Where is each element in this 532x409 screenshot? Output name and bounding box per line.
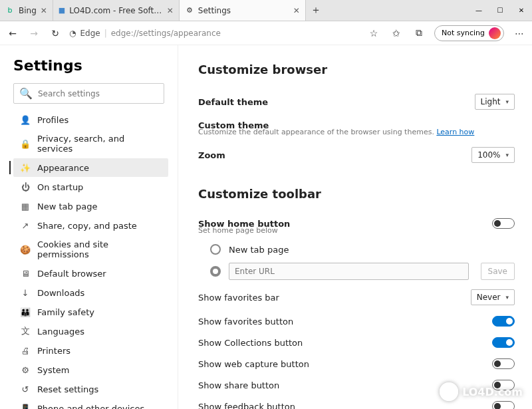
bing-icon: b bbox=[5, 6, 15, 15]
sidebar: Settings 🔍 👤Profiles 🔒Privacy, search, a… bbox=[0, 45, 178, 409]
appearance-icon: ✨ bbox=[20, 162, 31, 173]
more-icon[interactable]: ⋯ bbox=[512, 26, 527, 41]
zoom-value: 100% bbox=[477, 150, 500, 160]
share-icon: ↗ bbox=[20, 220, 31, 231]
sidebar-item-label: Profiles bbox=[37, 115, 68, 125]
content: Settings 🔍 👤Profiles 🔒Privacy, search, a… bbox=[0, 45, 532, 409]
chevron-down-icon: ▾ bbox=[505, 152, 509, 158]
search-input[interactable] bbox=[38, 89, 158, 98]
favorites-bar-select[interactable]: Never ▾ bbox=[471, 289, 515, 305]
sidebar-item-cookies[interactable]: 🍪Cookies and site permissions bbox=[13, 235, 168, 263]
power-icon: ⏻ bbox=[20, 182, 31, 192]
profile-icon: 👤 bbox=[20, 114, 31, 125]
sidebar-item-profiles[interactable]: 👤Profiles bbox=[13, 110, 168, 129]
favorites-menu-icon[interactable]: ✩ bbox=[389, 26, 404, 41]
maximize-button[interactable]: ☐ bbox=[489, 0, 511, 21]
feedback-button-label: Show feedback button bbox=[198, 402, 295, 410]
back-button[interactable]: ← bbox=[5, 26, 20, 41]
section-customize-browser: Customize browser bbox=[198, 63, 515, 76]
feedback-button-toggle[interactable] bbox=[492, 401, 515, 409]
collections-icon[interactable]: ⧉ bbox=[412, 26, 426, 41]
capture-button-toggle[interactable] bbox=[492, 358, 515, 369]
row-capture-button: Show web capture button bbox=[198, 353, 515, 374]
sidebar-item-languages[interactable]: 文Languages bbox=[13, 322, 168, 341]
titlebar: b Bing ✕ ■ LO4D.com - Free Software Down… bbox=[0, 0, 532, 21]
profile-button[interactable]: Not syncing bbox=[434, 25, 504, 41]
tab-bing[interactable]: b Bing ✕ bbox=[0, 0, 53, 21]
sidebar-item-phone[interactable]: 📱Phone and other devices bbox=[13, 399, 168, 409]
tab-lo4d[interactable]: ■ LO4D.com - Free Software Down ✕ bbox=[53, 0, 180, 21]
close-icon[interactable]: ✕ bbox=[41, 6, 47, 15]
zoom-label: Zoom bbox=[198, 150, 225, 160]
default-theme-label: Default theme bbox=[198, 97, 268, 107]
lock-icon: 🔒 bbox=[20, 138, 31, 149]
settings-title: Settings bbox=[9, 57, 168, 74]
tab-label: Bing bbox=[19, 6, 37, 15]
row-favorites-button: Show favorites button bbox=[198, 311, 515, 332]
download-icon: ↓ bbox=[20, 287, 31, 298]
sidebar-item-label: Cookies and site permissions bbox=[37, 239, 162, 259]
sidebar-item-family[interactable]: 👪Family safety bbox=[13, 303, 168, 321]
edge-label: Edge bbox=[80, 29, 100, 38]
sidebar-item-reset[interactable]: ↺Reset settings bbox=[13, 380, 168, 398]
window-controls: — ☐ ✕ bbox=[468, 0, 532, 21]
collections-button-label: Show Collections button bbox=[198, 338, 303, 348]
sidebar-item-downloads[interactable]: ↓Downloads bbox=[13, 283, 168, 302]
family-icon: 👪 bbox=[20, 307, 31, 317]
close-icon[interactable]: ✕ bbox=[167, 6, 174, 15]
sidebar-item-printers[interactable]: 🖨Printers bbox=[13, 341, 168, 360]
collections-button-toggle[interactable] bbox=[492, 337, 515, 348]
cookie-icon: 🍪 bbox=[20, 244, 31, 255]
tab-label: Settings bbox=[198, 6, 231, 15]
close-icon[interactable]: ✕ bbox=[293, 6, 300, 15]
home-url-input[interactable] bbox=[229, 263, 469, 280]
chevron-down-icon: ▾ bbox=[505, 98, 509, 105]
separator: | bbox=[104, 29, 107, 38]
new-tab-button[interactable]: ＋ bbox=[306, 0, 326, 21]
refresh-button[interactable]: ↻ bbox=[48, 26, 63, 41]
save-button[interactable]: Save bbox=[481, 263, 515, 280]
row-zoom: Zoom 100% ▾ bbox=[198, 142, 515, 168]
favorite-icon[interactable]: ☆ bbox=[366, 26, 381, 41]
toolbar: ← → ↻ ◔ Edge | edge://settings/appearanc… bbox=[0, 21, 532, 45]
watermark-text: LO4D.com bbox=[462, 386, 523, 398]
sidebar-item-appearance[interactable]: ✨Appearance bbox=[13, 158, 168, 177]
window-close-button[interactable]: ✕ bbox=[511, 0, 532, 21]
monitor-icon: 🖥 bbox=[20, 268, 31, 279]
sidebar-item-privacy[interactable]: 🔒Privacy, search, and services bbox=[13, 130, 168, 158]
home-button-toggle[interactable] bbox=[492, 218, 515, 229]
sidebar-item-newtab[interactable]: ▦New tab page bbox=[13, 197, 168, 215]
sidebar-item-startup[interactable]: ⏻On startup bbox=[13, 178, 168, 196]
sidebar-item-label: Downloads bbox=[37, 288, 84, 298]
favorites-button-toggle[interactable] bbox=[492, 316, 515, 327]
gear-icon: ⚙ bbox=[185, 6, 194, 15]
printer-icon: 🖨 bbox=[20, 345, 31, 356]
section-customize-toolbar: Customize toolbar bbox=[198, 187, 515, 201]
search-input-wrap[interactable]: 🔍 bbox=[13, 83, 164, 104]
radio-url[interactable] bbox=[210, 266, 221, 277]
learn-how-link[interactable]: Learn how bbox=[436, 128, 474, 136]
sidebar-item-default-browser[interactable]: 🖥Default browser bbox=[13, 264, 168, 283]
watermark: LO4D.com bbox=[440, 382, 523, 401]
radio-newtab-row[interactable]: New tab page bbox=[198, 240, 515, 259]
share-button-label: Show share button bbox=[198, 380, 279, 390]
sidebar-item-label: Appearance bbox=[37, 163, 89, 173]
edge-icon: ◔ bbox=[69, 29, 76, 38]
zoom-select[interactable]: 100% ▾ bbox=[471, 147, 515, 163]
forward-button[interactable]: → bbox=[27, 26, 41, 41]
home-sub: Set home page below bbox=[198, 226, 515, 235]
radio-newtab-label: New tab page bbox=[229, 245, 289, 255]
sidebar-item-label: Languages bbox=[37, 327, 84, 337]
sidebar-item-label: Reset settings bbox=[37, 384, 98, 394]
radio-url-row[interactable]: Save bbox=[198, 259, 515, 284]
default-theme-select[interactable]: Light ▾ bbox=[475, 94, 515, 110]
reset-icon: ↺ bbox=[20, 384, 31, 394]
radio-newtab[interactable] bbox=[210, 244, 221, 255]
sidebar-item-share[interactable]: ↗Share, copy, and paste bbox=[13, 216, 168, 235]
sidebar-item-system[interactable]: ⚙System bbox=[13, 360, 168, 379]
minimize-button[interactable]: — bbox=[468, 0, 489, 21]
sidebar-item-label: Family safety bbox=[37, 307, 94, 317]
address-bar[interactable]: ◔ Edge | edge://settings/appearance bbox=[69, 29, 221, 38]
tab-settings[interactable]: ⚙ Settings ✕ bbox=[180, 0, 306, 21]
sidebar-item-label: On startup bbox=[37, 182, 83, 192]
